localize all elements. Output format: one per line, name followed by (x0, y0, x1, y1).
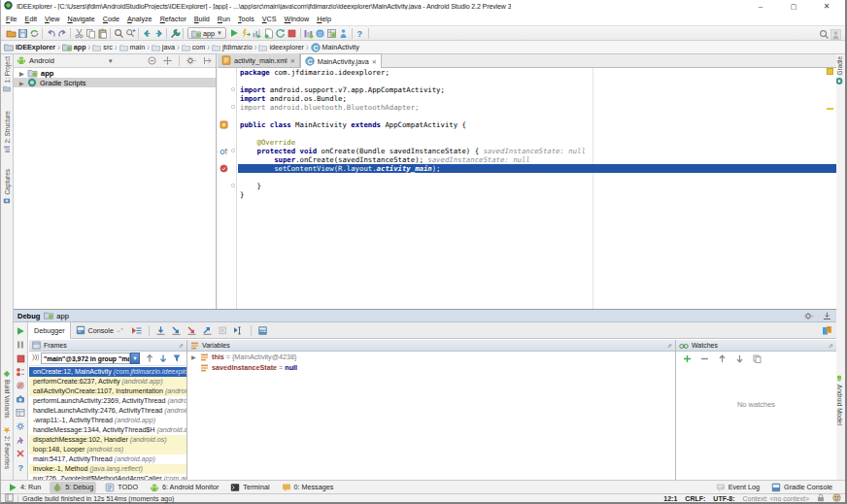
rerun-button[interactable] (275, 27, 287, 40)
menu-navigate[interactable]: Navigate (63, 15, 98, 23)
stop-button[interactable] (287, 27, 298, 40)
pin-tab-button[interactable] (15, 433, 26, 447)
debug-settings-button[interactable] (15, 420, 26, 433)
menu-tools[interactable]: Tools (234, 15, 258, 23)
profile-button[interactable] (252, 27, 263, 40)
stack-frame-row[interactable]: handleMessage:1344, ActivityThread$H (an… (29, 425, 186, 435)
cut-button[interactable] (73, 27, 85, 40)
code-editor[interactable]: package com.jfdimarzio.ideexplorer; impo… (218, 68, 836, 309)
android-monitor-button[interactable] (303, 27, 315, 40)
forward-button[interactable] (152, 27, 164, 40)
caret-position[interactable]: 12:1 (663, 495, 677, 502)
minimize-button[interactable]: – (744, 0, 777, 13)
variable-row[interactable]: ▶this = {MainActivity@4238} (187, 352, 675, 362)
stack-frame-row[interactable]: performCreate:6237, Activity (android.ap… (29, 377, 186, 386)
breadcrumb-main[interactable]: main (119, 43, 146, 51)
open-folder-button[interactable] (5, 27, 17, 40)
breadcrumb-src[interactable]: src (92, 43, 113, 51)
toolwindow-button-0-messages[interactable]: 0: Messages (279, 482, 337, 493)
warning-stripe-marker[interactable] (827, 108, 833, 110)
toolwindow-button-todo[interactable]: TODO (102, 482, 141, 493)
instant-run-button[interactable] (240, 27, 252, 40)
user-button[interactable] (830, 28, 841, 41)
pause-button[interactable] (15, 338, 26, 352)
close-button[interactable]: ✕ (810, 0, 843, 13)
stack-frame-row[interactable]: callActivityOnCreate:1107, Instrumentati… (29, 386, 186, 396)
toolwindow-button-terminal[interactable]: Terminal (227, 482, 272, 493)
float-pane-icon[interactable]: ⇗ (829, 342, 833, 349)
view-breakpoints-button[interactable] (15, 365, 26, 379)
tool-strip-tab-1-project[interactable]: 1: Project (3, 56, 11, 92)
variable-row[interactable]: savedInstanceState = null (187, 362, 675, 373)
sdk-manager-button[interactable] (315, 27, 326, 40)
tool-strip-tab-captures[interactable]: Captures (3, 169, 11, 204)
menu-run[interactable]: Run (214, 15, 234, 23)
menu-edit[interactable]: Edit (21, 15, 41, 23)
line-ending-indicator[interactable]: CRLF: (685, 495, 705, 502)
debugger-tab-debugger[interactable]: Debugger (29, 322, 71, 339)
expand-arrow-icon[interactable]: ▶ (19, 80, 27, 86)
stop-button[interactable] (15, 352, 26, 365)
step-out-button[interactable] (202, 324, 214, 337)
help-button[interactable]: ? (15, 460, 26, 474)
float-pane-icon[interactable]: ⇗ (179, 342, 184, 349)
filter-button[interactable] (171, 353, 183, 365)
android-layout-button[interactable] (821, 324, 832, 337)
replace-button[interactable] (124, 27, 136, 40)
duplicate-button[interactable] (751, 353, 762, 365)
menu-help[interactable]: Help (313, 15, 335, 23)
debugger-tab-console[interactable]: Console→* (71, 322, 128, 339)
project-structure-button[interactable] (338, 27, 350, 40)
hide-window-button[interactable] (821, 310, 832, 322)
stack-frame-row[interactable]: -wrap11:-1, ActivityThread (android.app) (29, 416, 186, 425)
frame-down-button[interactable] (157, 353, 169, 365)
hector-icon[interactable] (832, 493, 841, 503)
coverage-button[interactable] (263, 27, 275, 40)
stack-frame-row[interactable]: onCreate:12, MainActivity (com.jfdimarzi… (29, 367, 186, 377)
redo-button[interactable] (56, 27, 68, 40)
show-execution-point-button[interactable] (131, 324, 143, 337)
collapse-all-button[interactable] (146, 54, 157, 67)
copy-button[interactable] (85, 27, 96, 40)
menu-view[interactable]: View (41, 15, 63, 23)
avd-manager-button[interactable] (326, 27, 338, 40)
thread-dropdown-button[interactable]: ▼ (130, 353, 140, 364)
run-configuration-selector[interactable]: app▼ (187, 27, 226, 39)
stack-frame-row[interactable]: dispatchMessage:102, Handler (android.os… (29, 435, 186, 445)
frame-up-button[interactable] (144, 353, 155, 365)
stack-frame-row[interactable]: invoke:-1, Method (java.lang.reflect) (29, 464, 186, 474)
force-step-into-button[interactable] (186, 324, 198, 337)
project-tree-item-gradle-scripts[interactable]: ▶Gradle Scripts (14, 78, 216, 87)
tool-strip-tab-build-variants[interactable]: Build Variants (3, 370, 11, 419)
help-button[interactable]: ? (355, 27, 366, 40)
fold-marker[interactable] (231, 149, 235, 152)
paste-button[interactable] (96, 27, 108, 40)
toolwindow-button-gradle-console[interactable]: Gradle Console (768, 482, 835, 493)
toolwindow-button-5-debug[interactable]: 5: Debug (50, 482, 96, 493)
toolwindow-toggle-icon[interactable] (5, 493, 14, 503)
stack-frame-row[interactable]: main:5417, ActivityThread (android.app) (29, 454, 186, 464)
evaluate-expression-button[interactable] (257, 324, 269, 337)
encoding-indicator[interactable]: UTF-8: (713, 495, 734, 502)
save-all-button[interactable] (17, 27, 28, 40)
sync-button[interactable] (28, 27, 40, 40)
move-up-button[interactable] (716, 353, 728, 365)
drop-frame-button[interactable] (218, 324, 229, 337)
menu-code[interactable]: Code (99, 15, 123, 23)
make-project-button[interactable] (169, 27, 181, 40)
tool-strip-tab-gradle[interactable]: Gradle (835, 56, 843, 85)
editor-tab-activity-main-xml[interactable]: activity_main.xml✕ (218, 53, 300, 67)
stack-frame-row[interactable]: handleLaunchActivity:2476, ActivityThrea… (29, 406, 186, 416)
tool-strip-tab-android-model[interactable]: Android Model (835, 375, 843, 425)
project-view-selector[interactable]: Android ▼ (17, 55, 146, 67)
thread-dump-button[interactable] (15, 392, 26, 406)
add-watch-button[interactable] (681, 353, 693, 365)
expand-arrow-icon[interactable]: ▶ (19, 70, 27, 77)
menu-build[interactable]: Build (190, 15, 214, 23)
stack-frame-row[interactable]: loop:148, Looper (android.os) (29, 445, 186, 454)
step-into-button[interactable] (171, 324, 183, 337)
search-everywhere-button[interactable] (818, 28, 830, 41)
close-button[interactable] (15, 447, 26, 460)
fold-marker[interactable] (231, 87, 235, 91)
thread-selector[interactable]: "main"@3,972 in group "main": R... (41, 353, 130, 364)
